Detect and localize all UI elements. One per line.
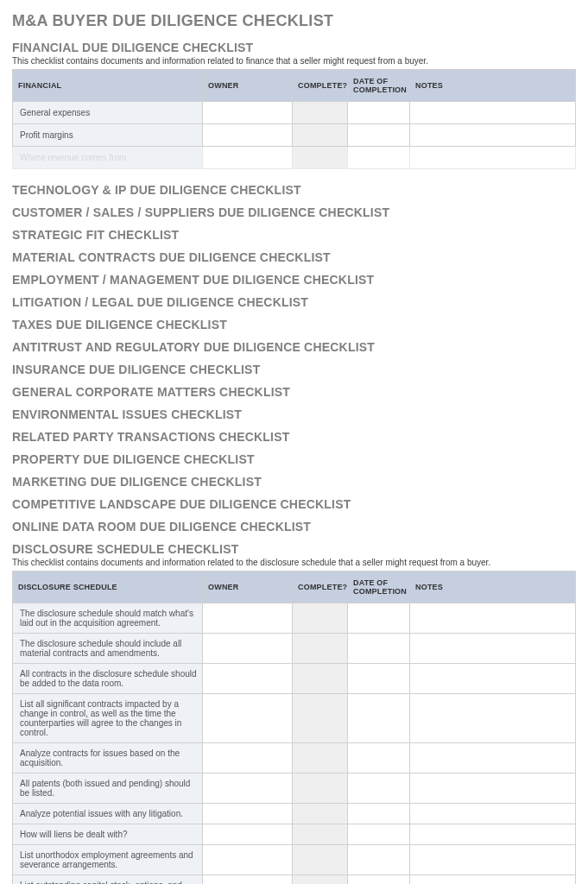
date-cell[interactable] — [348, 804, 410, 824]
complete-cell[interactable] — [293, 845, 348, 875]
table-row: Analyze contracts for issues based on th… — [13, 743, 576, 774]
complete-cell[interactable] — [293, 124, 348, 147]
notes-cell[interactable] — [410, 664, 576, 694]
date-cell[interactable] — [348, 694, 410, 743]
owner-cell[interactable] — [203, 147, 293, 169]
date-cell[interactable] — [348, 147, 410, 169]
complete-cell[interactable] — [293, 804, 348, 824]
date-cell[interactable] — [348, 743, 410, 774]
item-cell: List all significant contracts impacted … — [13, 694, 203, 743]
notes-cell[interactable] — [410, 743, 576, 774]
table-row: All patents (both issued and pending) sh… — [13, 774, 576, 804]
complete-cell[interactable] — [293, 743, 348, 774]
notes-cell[interactable] — [410, 694, 576, 743]
complete-cell[interactable] — [293, 664, 348, 694]
complete-cell[interactable] — [293, 774, 348, 804]
date-cell[interactable] — [348, 824, 410, 845]
table-header-row: FINANCIAL OWNER COMPLETE? DATE OF COMPLE… — [13, 70, 576, 102]
owner-cell[interactable] — [203, 634, 293, 664]
complete-cell[interactable] — [293, 694, 348, 743]
page-title: M&A BUYER DUE DILIGENCE CHECKLIST — [12, 12, 576, 30]
financial-section-title: FINANCIAL DUE DILIGENCE CHECKLIST — [12, 41, 576, 54]
date-cell[interactable] — [348, 634, 410, 664]
item-cell: Analyze potential issues with any litiga… — [13, 804, 203, 824]
complete-cell[interactable] — [293, 824, 348, 845]
date-cell[interactable] — [348, 875, 410, 885]
col-header-item: FINANCIAL — [13, 70, 203, 102]
table-row: List outstanding capital stock, options,… — [13, 875, 576, 885]
section-title: STRATEGIC FIT CHECKLIST — [12, 228, 576, 242]
section-title: RELATED PARTY TRANSACTIONS CHECKLIST — [12, 430, 576, 444]
item-cell: Where revenue comes from — [13, 147, 203, 169]
notes-cell[interactable] — [410, 774, 576, 804]
owner-cell[interactable] — [203, 694, 293, 743]
table-row: Analyze potential issues with any litiga… — [13, 804, 576, 824]
col-header-item: DISCLOSURE SCHEDULE — [13, 571, 203, 603]
owner-cell[interactable] — [203, 774, 293, 804]
col-header-complete: COMPLETE? — [293, 70, 348, 102]
owner-cell[interactable] — [203, 664, 293, 694]
financial-table: FINANCIAL OWNER COMPLETE? DATE OF COMPLE… — [12, 69, 576, 169]
section-title: MATERIAL CONTRACTS DUE DILIGENCE CHECKLI… — [12, 250, 576, 264]
owner-cell[interactable] — [203, 102, 293, 124]
financial-section-desc: This checklist contains documents and in… — [12, 56, 576, 66]
section-title: GENERAL CORPORATE MATTERS CHECKLIST — [12, 385, 576, 399]
section-title: INSURANCE DUE DILIGENCE CHECKLIST — [12, 363, 576, 376]
table-row: List all significant contracts impacted … — [13, 694, 576, 743]
complete-cell[interactable] — [293, 875, 348, 885]
complete-cell[interactable] — [293, 102, 348, 124]
table-row: The disclosure schedule should include a… — [13, 634, 576, 664]
section-title: PROPERTY DUE DILIGENCE CHECKLIST — [12, 452, 576, 466]
owner-cell[interactable] — [203, 824, 293, 845]
owner-cell[interactable] — [203, 875, 293, 885]
date-cell[interactable] — [348, 664, 410, 694]
col-header-notes: NOTES — [410, 70, 576, 102]
owner-cell[interactable] — [203, 124, 293, 147]
section-title: COMPETITIVE LANDSCAPE DUE DILIGENCE CHEC… — [12, 497, 576, 511]
item-cell: List outstanding capital stock, options,… — [13, 875, 203, 885]
notes-cell[interactable] — [410, 634, 576, 664]
item-cell: The disclosure schedule should include a… — [13, 634, 203, 664]
notes-cell[interactable] — [410, 124, 576, 147]
date-cell[interactable] — [348, 124, 410, 147]
owner-cell[interactable] — [203, 743, 293, 774]
table-row: General expenses — [13, 102, 576, 124]
notes-cell[interactable] — [410, 603, 576, 634]
notes-cell[interactable] — [410, 804, 576, 824]
col-header-date: DATE OF COMPLETION — [348, 70, 410, 102]
owner-cell[interactable] — [203, 845, 293, 875]
table-row: List unorthodox employment agreements an… — [13, 845, 576, 875]
date-cell[interactable] — [348, 845, 410, 875]
col-header-notes: NOTES — [410, 571, 576, 603]
section-title: EMPLOYMENT / MANAGEMENT DUE DILIGENCE CH… — [12, 273, 576, 287]
item-cell: Profit margins — [13, 124, 203, 147]
date-cell[interactable] — [348, 603, 410, 634]
date-cell[interactable] — [348, 102, 410, 124]
notes-cell[interactable] — [410, 875, 576, 885]
item-cell: General expenses — [13, 102, 203, 124]
section-title: TECHNOLOGY & IP DUE DILIGENCE CHECKLIST — [12, 183, 576, 197]
complete-cell[interactable] — [293, 634, 348, 664]
item-cell: The disclosure schedule should match wha… — [13, 603, 203, 634]
item-cell: How will liens be dealt with? — [13, 824, 203, 845]
disclosure-table: DISCLOSURE SCHEDULE OWNER COMPLETE? DATE… — [12, 571, 576, 884]
col-header-complete: COMPLETE? — [293, 571, 348, 603]
owner-cell[interactable] — [203, 603, 293, 634]
date-cell[interactable] — [348, 774, 410, 804]
section-title: MARKETING DUE DILIGENCE CHECKLIST — [12, 475, 576, 489]
table-row: Profit margins — [13, 124, 576, 147]
notes-cell[interactable] — [410, 102, 576, 124]
owner-cell[interactable] — [203, 804, 293, 824]
disclosure-section-desc: This checklist contains documents and in… — [12, 558, 576, 567]
item-cell: Analyze contracts for issues based on th… — [13, 743, 203, 774]
section-title: ANTITRUST AND REGULATORY DUE DILIGENCE C… — [12, 340, 576, 354]
table-row: Where revenue comes from — [13, 147, 576, 169]
section-title: ONLINE DATA ROOM DUE DILIGENCE CHECKLIST — [12, 520, 576, 534]
notes-cell[interactable] — [410, 845, 576, 875]
notes-cell[interactable] — [410, 147, 576, 169]
notes-cell[interactable] — [410, 824, 576, 845]
item-cell: List unorthodox employment agreements an… — [13, 845, 203, 875]
complete-cell[interactable] — [293, 147, 348, 169]
disclosure-section-title: DISCLOSURE SCHEDULE CHECKLIST — [12, 542, 576, 556]
complete-cell[interactable] — [293, 603, 348, 634]
